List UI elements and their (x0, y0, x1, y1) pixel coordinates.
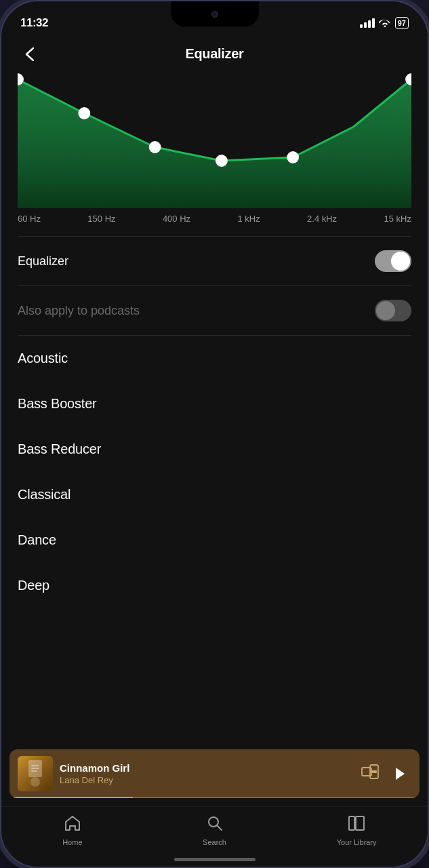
track-artist: Lana Del Rey (60, 775, 354, 785)
podcasts-toggle-knob (376, 301, 395, 320)
library-icon (348, 815, 365, 835)
phone-frame: 11:32 97 (0, 0, 429, 868)
preset-name: Bass Booster (18, 396, 97, 411)
svg-marker-0 (18, 79, 411, 208)
list-item[interactable]: Bass Booster (1, 381, 428, 427)
album-art (18, 756, 53, 791)
preset-list: Acoustic Bass Booster Bass Reducer Class… (1, 336, 428, 608)
signal-icon (360, 18, 375, 28)
svg-rect-11 (371, 770, 377, 773)
nav-search[interactable]: Search (144, 815, 286, 846)
svg-rect-13 (349, 816, 354, 830)
home-indicator-bar (174, 858, 256, 861)
preset-name: Bass Reducer (18, 441, 101, 456)
preset-name: Dance (18, 532, 56, 547)
battery-level: 97 (398, 19, 406, 27)
home-indicator (1, 852, 428, 867)
screen: 11:32 97 (1, 1, 428, 867)
play-button[interactable] (388, 762, 411, 785)
progress-bar (9, 797, 420, 798)
equalizer-toggle[interactable] (375, 250, 411, 272)
freq-150hz: 150 Hz (87, 214, 115, 224)
equalizer-label: Equalizer (18, 254, 68, 269)
freq-1khz: 1 kHz (237, 214, 260, 224)
status-icons: 97 (360, 17, 409, 29)
art-image (18, 756, 53, 791)
freq-400hz: 400 Hz (163, 214, 190, 224)
equalizer-row: Equalizer (1, 237, 428, 285)
nav-home-label: Home (62, 838, 82, 846)
nav-search-label: Search (203, 838, 226, 846)
now-playing-bar[interactable]: Cinnamon Girl Lana Del Rey (9, 749, 420, 798)
nav-library[interactable]: Your Library (285, 815, 428, 846)
battery-icon: 97 (395, 17, 409, 29)
eq-chart-container: 60 Hz 150 Hz 400 Hz 1 kHz 2.4 kHz 15 kHz (1, 73, 428, 229)
svg-point-5 (287, 151, 299, 163)
eq-chart (18, 73, 411, 208)
search-icon (207, 815, 223, 835)
status-time: 11:32 (20, 16, 48, 30)
podcasts-toggle[interactable] (375, 300, 411, 321)
list-item[interactable]: Classical (1, 472, 428, 517)
podcasts-label: Also apply to podcasts (18, 304, 140, 318)
notch (171, 1, 259, 27)
preset-name: Deep (18, 578, 49, 593)
list-item[interactable]: Acoustic (1, 336, 428, 381)
connect-devices-icon[interactable] (361, 764, 379, 783)
back-button[interactable] (18, 42, 42, 66)
wifi-icon (379, 18, 391, 29)
playback-controls (361, 762, 411, 785)
svg-point-2 (78, 107, 90, 119)
nav-home[interactable]: Home (1, 815, 144, 846)
list-item[interactable]: Dance (1, 517, 428, 563)
svg-point-4 (216, 155, 228, 167)
freq-15khz: 15 kHz (384, 214, 411, 224)
freq-2-4khz: 2.4 kHz (307, 214, 337, 224)
page-title: Equalizer (185, 46, 243, 62)
home-icon (64, 815, 81, 835)
list-item[interactable]: Deep (1, 563, 428, 608)
podcasts-row: Also apply to podcasts (1, 286, 428, 335)
track-title: Cinnamon Girl (60, 762, 354, 774)
list-item[interactable]: Bass Reducer (1, 427, 428, 472)
preset-name: Classical (18, 487, 70, 502)
svg-point-8 (30, 777, 40, 787)
eq-frequency-labels: 60 Hz 150 Hz 400 Hz 1 kHz 2.4 kHz 15 kHz (18, 208, 411, 229)
progress-fill (9, 797, 133, 798)
toggle-knob (391, 252, 410, 271)
freq-60hz: 60 Hz (18, 214, 41, 224)
svg-rect-14 (356, 816, 364, 830)
now-playing-info: Cinnamon Girl Lana Del Rey (60, 762, 354, 785)
preset-name: Acoustic (18, 351, 68, 366)
svg-point-3 (149, 141, 161, 153)
content-area: Equalizer (1, 35, 428, 749)
bottom-nav: Home Search Your Library (1, 806, 428, 852)
nav-library-label: Your Library (337, 838, 377, 846)
camera-icon (211, 11, 218, 18)
header: Equalizer (1, 35, 428, 73)
